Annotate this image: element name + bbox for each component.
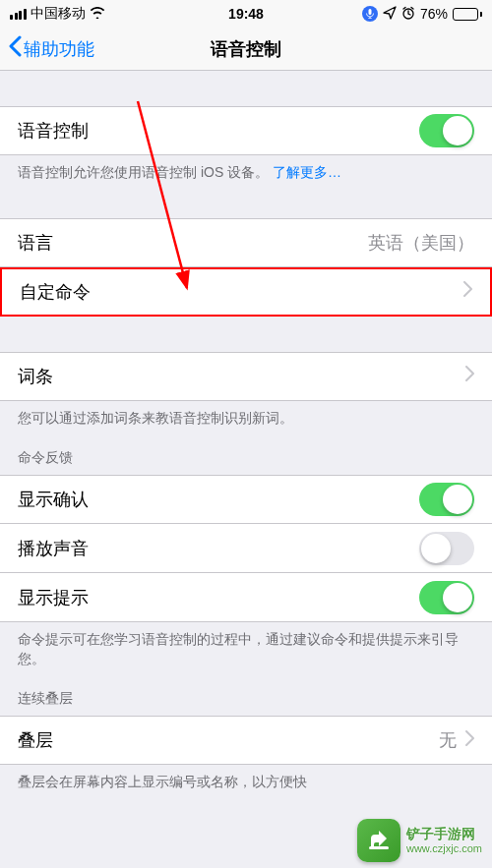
overlay-value: 无 bbox=[439, 728, 457, 752]
signal-icon bbox=[10, 9, 27, 20]
alarm-icon bbox=[401, 6, 415, 23]
row-language[interactable]: 语言 英语（美国） bbox=[0, 218, 492, 267]
chevron-right-icon bbox=[464, 366, 474, 386]
feedback-footer: 命令提示可在您学习语音控制的过程中，通过建议命令和提供提示来引导您。 bbox=[0, 622, 492, 668]
location-arrow-icon bbox=[383, 6, 397, 23]
chevron-right-icon bbox=[464, 730, 474, 751]
row-show-confirmation[interactable]: 显示确认 bbox=[0, 475, 492, 524]
battery-icon bbox=[453, 8, 482, 21]
custom-commands-label: 自定命令 bbox=[20, 280, 91, 304]
overlay-label: 叠层 bbox=[18, 728, 53, 752]
carrier-label: 中国移动 bbox=[31, 5, 86, 23]
status-bar: 中国移动 19:48 76% bbox=[0, 0, 492, 28]
watermark-logo-icon bbox=[357, 819, 400, 862]
watermark-url: www.czjxjc.com bbox=[406, 842, 482, 855]
page-title: 语音控制 bbox=[211, 37, 281, 61]
show-confirmation-label: 显示确认 bbox=[18, 488, 89, 511]
chevron-left-icon bbox=[8, 35, 22, 62]
status-right: 76% bbox=[362, 6, 482, 23]
watermark: 铲子手游网 www.czjxjc.com bbox=[357, 819, 482, 862]
row-show-hint[interactable]: 显示提示 bbox=[0, 573, 492, 622]
status-left: 中国移动 bbox=[10, 5, 105, 23]
toggle-voice-control[interactable] bbox=[419, 114, 474, 147]
back-button[interactable]: 辅助功能 bbox=[8, 35, 94, 62]
toggle-show-hint[interactable] bbox=[419, 581, 474, 614]
row-custom-commands[interactable]: 自定命令 bbox=[0, 267, 492, 317]
language-label: 语言 bbox=[18, 231, 53, 255]
status-time: 19:48 bbox=[228, 6, 264, 22]
show-hint-label: 显示提示 bbox=[18, 586, 89, 609]
voice-control-label: 语音控制 bbox=[18, 119, 89, 143]
section-header-feedback: 命令反馈 bbox=[0, 428, 492, 475]
language-value: 英语（美国） bbox=[368, 231, 474, 255]
play-sound-label: 播放声音 bbox=[18, 537, 89, 560]
row-voice-control[interactable]: 语音控制 bbox=[0, 106, 492, 155]
back-label: 辅助功能 bbox=[24, 37, 94, 61]
chevron-right-icon bbox=[462, 281, 472, 302]
learn-more-link[interactable]: 了解更多… bbox=[273, 164, 341, 180]
watermark-title: 铲子手游网 bbox=[406, 826, 482, 842]
toggle-play-sound[interactable] bbox=[419, 532, 474, 565]
battery-pct: 76% bbox=[420, 6, 448, 22]
section-header-overlay: 连续叠层 bbox=[0, 668, 492, 716]
nav-bar: 辅助功能 语音控制 bbox=[0, 28, 492, 71]
row-play-sound[interactable]: 播放声音 bbox=[0, 524, 492, 573]
vocabulary-footer: 您可以通过添加词条来教语音控制识别新词。 bbox=[0, 401, 492, 429]
svg-rect-2 bbox=[369, 846, 389, 849]
vocabulary-label: 词条 bbox=[18, 365, 53, 388]
voice-control-footer: 语音控制允许您使用语音控制 iOS 设备。 了解更多… bbox=[0, 155, 492, 183]
row-overlay[interactable]: 叠层 无 bbox=[0, 716, 492, 765]
toggle-show-confirmation[interactable] bbox=[419, 483, 474, 516]
row-vocabulary[interactable]: 词条 bbox=[0, 352, 492, 401]
voice-control-badge-icon bbox=[362, 6, 378, 22]
wifi-icon bbox=[90, 6, 105, 22]
overlay-footer: 叠层会在屏幕内容上显示编号或名称，以方便快 bbox=[0, 765, 492, 792]
